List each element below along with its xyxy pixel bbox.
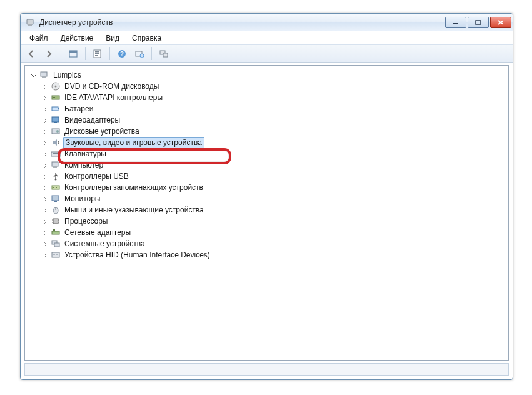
show-hidden-button[interactable]	[66, 47, 80, 61]
svg-rect-15	[163, 53, 168, 57]
collapse-icon[interactable]	[30, 72, 37, 79]
svg-rect-29	[53, 153, 54, 154]
device-tree: Lumpics DVD и CD-ROM дисководы IDE ATA/A…	[25, 66, 508, 264]
minimize-button[interactable]	[445, 17, 466, 28]
cpu-icon	[51, 216, 61, 226]
close-button[interactable]	[490, 17, 511, 28]
svg-point-13	[140, 54, 144, 58]
expand-icon[interactable]	[41, 241, 48, 248]
svg-rect-25	[54, 122, 57, 123]
svg-rect-52	[53, 254, 55, 255]
svg-rect-53	[56, 254, 58, 255]
tree-item-label: Компьютер	[63, 160, 104, 170]
tree-item[interactable]: Контроллеры USB	[41, 171, 506, 182]
expand-icon[interactable]	[41, 83, 48, 90]
menu-view[interactable]: Вид	[101, 32, 124, 44]
svg-point-27	[56, 130, 59, 132]
toolbar-separator	[61, 48, 61, 60]
tree-item[interactable]: Устройства HID (Human Interface Devices)	[41, 249, 506, 261]
menu-file[interactable]: Файл	[24, 32, 53, 44]
svg-rect-9	[95, 55, 98, 56]
toolbar-separator	[85, 48, 86, 60]
disk-icon	[51, 126, 61, 136]
tree-item[interactable]: Мониторы	[41, 193, 506, 204]
svg-rect-50	[54, 243, 59, 247]
statusbar	[24, 363, 509, 376]
svg-rect-0	[27, 19, 33, 24]
svg-text:?: ?	[120, 51, 124, 58]
help-button[interactable]: ?	[115, 47, 129, 61]
monitor-icon	[51, 194, 61, 204]
window-title: Диспетчер устройств	[39, 18, 445, 27]
properties-button[interactable]	[91, 47, 104, 61]
system-devices-icon	[51, 239, 61, 249]
tree-root[interactable]: Lumpics	[30, 69, 506, 81]
svg-rect-38	[52, 196, 59, 201]
menu-action[interactable]: Действие	[56, 32, 99, 44]
expand-icon[interactable]	[41, 218, 48, 225]
svg-rect-20	[52, 96, 59, 99]
svg-rect-22	[52, 107, 58, 111]
toolbar-separator	[151, 48, 152, 60]
expand-icon[interactable]	[41, 162, 48, 169]
network-icon	[51, 228, 61, 238]
tree-item[interactable]: Процессоры	[41, 216, 506, 227]
back-button[interactable]	[24, 47, 38, 61]
tree-item-label: Мыши и иные указывающие устройства	[63, 205, 205, 215]
cdrom-icon	[51, 81, 61, 91]
svg-rect-16	[41, 72, 47, 76]
tree-item[interactable]: Компьютер	[41, 159, 506, 171]
expand-icon[interactable]	[41, 151, 48, 158]
expand-icon[interactable]	[41, 117, 48, 124]
expand-icon[interactable]	[41, 207, 48, 214]
tree-item-label: Звуковые, видео и игровые устройства	[63, 137, 204, 148]
devices-button[interactable]	[157, 47, 171, 61]
tree-item[interactable]: DVD и CD-ROM дисководы	[41, 81, 506, 92]
tree-item-label: Клавиатуры	[63, 149, 108, 159]
tree-item-label: Контроллеры USB	[63, 171, 130, 181]
window-controls	[445, 17, 511, 28]
tree-item[interactable]: Клавиатуры	[41, 148, 506, 159]
expand-icon[interactable]	[41, 229, 48, 236]
menubar: Файл Действие Вид Справка	[21, 31, 513, 45]
tree-item-label: Мониторы	[63, 194, 101, 204]
svg-rect-2	[453, 23, 458, 24]
tree-item-label: DVD и CD-ROM дисководы	[63, 81, 160, 91]
expand-icon[interactable]	[41, 106, 48, 112]
hid-icon	[51, 250, 61, 260]
tree-item[interactable]: IDE ATA/ATAPI контроллеры	[41, 92, 506, 103]
storage-controller-icon	[51, 182, 61, 192]
tree-item[interactable]: Видеоадаптеры	[41, 114, 506, 126]
tree-item[interactable]: Контроллеры запоминающих устройств	[41, 182, 506, 193]
tree-item-label: Процессоры	[63, 216, 109, 226]
svg-rect-36	[53, 187, 54, 188]
expand-icon[interactable]	[41, 196, 48, 202]
expand-icon[interactable]	[41, 139, 48, 146]
tree-item[interactable]: Системные устройства	[41, 238, 506, 249]
svg-rect-47	[52, 231, 59, 234]
tree-item-sound[interactable]: Звуковые, видео и игровые устройства	[41, 137, 506, 148]
titlebar: Диспетчер устройств	[21, 14, 513, 31]
tree-item[interactable]: Батареи	[41, 103, 506, 114]
svg-rect-33	[53, 166, 57, 168]
usb-icon	[51, 171, 61, 181]
svg-point-34	[55, 179, 57, 181]
forward-button[interactable]	[42, 47, 56, 61]
menu-help[interactable]: Справка	[127, 32, 166, 44]
expand-icon[interactable]	[41, 252, 48, 259]
tree-item[interactable]: Мыши и иные указывающие устройства	[41, 204, 506, 216]
expand-icon[interactable]	[41, 94, 48, 101]
device-manager-window: Диспетчер устройств Файл Действие Вид Сп…	[20, 13, 513, 380]
svg-rect-51	[52, 252, 59, 258]
toolbar: ?	[21, 45, 513, 62]
svg-rect-21	[53, 97, 55, 98]
display-adapter-icon	[51, 115, 61, 125]
expand-icon[interactable]	[41, 173, 48, 180]
tree-item[interactable]: Сетевые адаптеры	[41, 227, 506, 238]
scan-button[interactable]	[133, 47, 146, 61]
tree-item[interactable]: Дисковые устройства	[41, 126, 506, 137]
expand-icon[interactable]	[41, 184, 48, 191]
tree-item-label: Видеоадаптеры	[63, 115, 121, 125]
expand-icon[interactable]	[41, 128, 48, 135]
maximize-button[interactable]	[468, 17, 489, 28]
